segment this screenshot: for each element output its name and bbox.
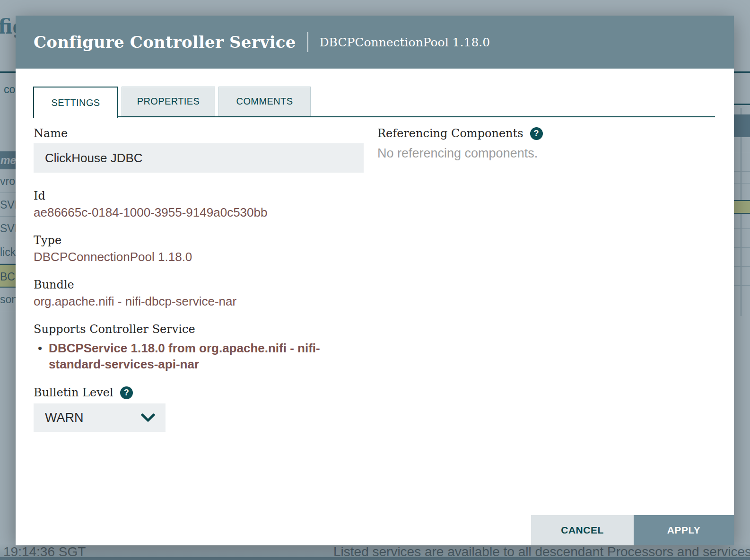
cancel-button[interactable]: CANCEL (531, 515, 634, 545)
tab-settings[interactable]: SETTINGS (33, 87, 118, 118)
bulletin-level-label: Bulletin Level (34, 385, 113, 400)
dialog-header: Configure Controller Service DBCPConnect… (16, 16, 734, 69)
dialog-title: Configure Controller Service (34, 33, 296, 52)
name-input[interactable] (34, 143, 364, 173)
type-label: Type (34, 233, 365, 247)
help-icon[interactable]: ? (530, 127, 543, 140)
supported-service-text: DBCPService 1.18.0 from org.apache.nifi … (49, 340, 360, 372)
dialog-action-buttons: CANCEL APPLY (531, 515, 734, 545)
apply-button[interactable]: APPLY (634, 515, 734, 545)
supported-service-link[interactable]: • DBCPService 1.18.0 from org.apache.nif… (34, 340, 360, 372)
settings-left-column: Name Id ae86665c-0184-1000-3955-9149a0c5… (34, 126, 365, 432)
tab-properties[interactable]: PROPERTIES (122, 87, 215, 116)
id-label: Id (34, 189, 365, 203)
bundle-label: Bundle (34, 278, 365, 292)
tab-underline (33, 116, 715, 117)
help-icon[interactable]: ? (120, 386, 133, 399)
settings-tab-content: Name Id ae86665c-0184-1000-3955-9149a0c5… (16, 118, 734, 515)
type-value: DBCPConnectionPool 1.18.0 (34, 249, 365, 264)
name-label: Name (34, 126, 365, 140)
no-referencing-components-text: No referencing components. (377, 146, 727, 161)
referencing-components-label: Referencing Components (377, 126, 523, 140)
tab-bar: SETTINGS PROPERTIES COMMENTS (33, 87, 715, 117)
bulletin-level-value: WARN (45, 411, 84, 425)
bullet-icon: • (38, 340, 42, 372)
bulletin-level-dropdown[interactable]: WARN (34, 403, 166, 432)
referencing-components-section: Referencing Components ? No referencing … (377, 126, 727, 161)
tab-comments[interactable]: COMMENTS (218, 87, 311, 116)
configure-controller-service-dialog: Configure Controller Service DBCPConnect… (16, 16, 734, 545)
id-value: ae86665c-0184-1000-3955-9149a0c530bb (34, 205, 365, 220)
dialog-subtitle: DBCPConnectionPool 1.18.0 (320, 35, 490, 49)
supports-controller-service-label: Supports Controller Service (34, 322, 365, 336)
title-separator (307, 32, 308, 52)
bundle-value: org.apache.nifi - nifi-dbcp-service-nar (34, 294, 365, 309)
chevron-down-icon (141, 413, 155, 422)
